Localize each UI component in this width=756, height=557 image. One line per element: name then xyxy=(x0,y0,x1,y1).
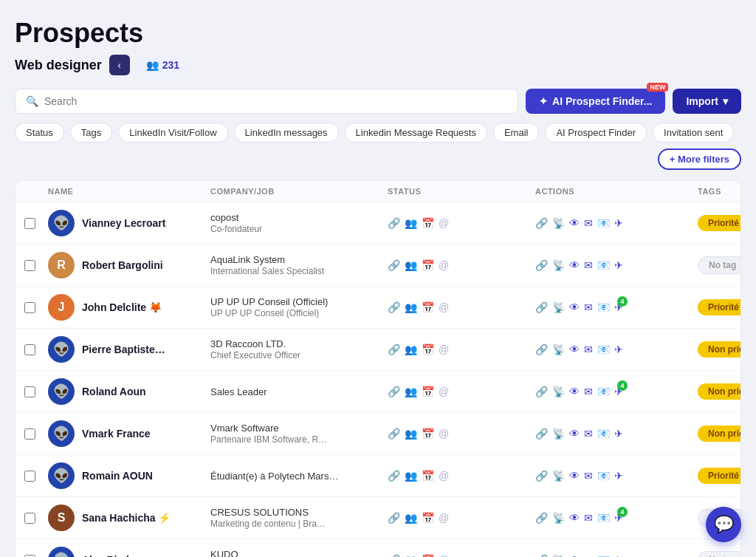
tag-badge[interactable]: Priorité xyxy=(698,299,741,315)
row-checkbox[interactable] xyxy=(24,344,35,355)
status-icon-1[interactable]: 👥 xyxy=(405,386,417,397)
action-icon-0[interactable]: 🔗 xyxy=(535,470,548,482)
action-icon-5[interactable]: ✈ xyxy=(614,554,623,557)
action-icon-3[interactable]: ✉ xyxy=(584,554,593,557)
action-icon-1[interactable]: 📡 xyxy=(552,386,565,397)
status-icon-1[interactable]: 👥 xyxy=(405,470,417,482)
status-icon-2[interactable]: 📅 xyxy=(422,259,434,271)
filter-btn-ai-prospect-finder[interactable]: AI Prospect Finder xyxy=(545,123,647,143)
status-icon-0[interactable]: 🔗 xyxy=(388,386,400,397)
action-icon-4[interactable]: 📧 xyxy=(597,344,610,355)
prospect-name[interactable]: Robert Bargolini xyxy=(82,259,163,271)
action-icon-3[interactable]: ✉ xyxy=(584,428,593,440)
filter-btn-invitation-sent[interactable]: Invitation sent xyxy=(653,123,734,143)
status-icon-2[interactable]: 📅 xyxy=(422,470,434,482)
status-icon-3[interactable]: @ xyxy=(439,512,449,524)
action-icon-2[interactable]: 👁 xyxy=(569,554,580,557)
tag-badge[interactable]: Priorité xyxy=(698,468,741,484)
status-icon-1[interactable]: 👥 xyxy=(405,344,417,355)
status-icon-0[interactable]: 🔗 xyxy=(388,217,400,229)
status-icon-0[interactable]: 🔗 xyxy=(388,428,400,440)
action-icon-4[interactable]: 📧 xyxy=(597,301,610,313)
tag-badge[interactable]: Non prio xyxy=(698,426,741,442)
action-icon-1[interactable]: 📡 xyxy=(552,512,565,524)
status-icon-3[interactable]: @ xyxy=(439,259,449,271)
prospect-name[interactable]: Vmark France xyxy=(82,428,151,440)
row-checkbox[interactable] xyxy=(24,471,35,482)
action-icon-0[interactable]: 🔗 xyxy=(535,344,548,355)
status-icon-3[interactable]: @ xyxy=(439,344,449,355)
filter-btn-status[interactable]: Status xyxy=(15,123,64,143)
ai-prospect-finder-button[interactable]: ✦ AI Prospect Finder... NEW xyxy=(526,89,665,114)
status-icon-0[interactable]: 🔗 xyxy=(388,259,400,271)
action-icon-3[interactable]: ✉ xyxy=(584,386,593,397)
prospect-name[interactable]: Pierre Baptiste… xyxy=(82,344,165,355)
action-icon-3[interactable]: ✉ xyxy=(584,217,593,229)
status-icon-3[interactable]: @ xyxy=(439,470,449,482)
filter-btn-linkedin-message-requests[interactable]: Linkedin Message Requests xyxy=(345,123,487,143)
filter-btn-tags[interactable]: Tags xyxy=(70,123,112,143)
action-icon-1[interactable]: 📡 xyxy=(552,344,565,355)
import-button[interactable]: Import ▾ xyxy=(673,89,741,114)
action-icon-1[interactable]: 📡 xyxy=(552,554,565,557)
status-icon-1[interactable]: 👥 xyxy=(405,217,417,229)
status-icon-0[interactable]: 🔗 xyxy=(388,301,400,313)
more-filters-button[interactable]: + More filters xyxy=(658,148,741,170)
action-icon-3[interactable]: ✉ xyxy=(584,259,593,271)
row-checkbox[interactable] xyxy=(24,428,35,440)
action-icon-4[interactable]: 📧 xyxy=(597,512,610,524)
action-icon-0[interactable]: 🔗 xyxy=(535,259,548,271)
status-icon-2[interactable]: 📅 xyxy=(422,217,434,229)
action-icon-5[interactable]: ✈ xyxy=(614,470,623,482)
chat-button[interactable]: 💬 xyxy=(706,507,741,542)
action-icon-2[interactable]: 👁 xyxy=(569,301,580,313)
action-icon-4[interactable]: 📧 xyxy=(597,386,610,397)
status-icon-2[interactable]: 📅 xyxy=(422,428,434,440)
row-checkbox[interactable] xyxy=(24,555,35,558)
action-icon-2[interactable]: 👁 xyxy=(569,470,580,482)
action-icon-3[interactable]: ✉ xyxy=(584,344,593,355)
status-icon-0[interactable]: 🔗 xyxy=(388,470,400,482)
status-icon-1[interactable]: 👥 xyxy=(405,512,417,524)
action-icon-0[interactable]: 🔗 xyxy=(535,217,548,229)
action-icon-1[interactable]: 📡 xyxy=(552,470,565,482)
status-icon-1[interactable]: 👥 xyxy=(405,301,417,313)
status-icon-3[interactable]: @ xyxy=(439,386,449,397)
prospect-name[interactable]: Sana Hachicha ⚡ xyxy=(82,512,171,524)
action-icon-2[interactable]: 👁 xyxy=(569,344,580,355)
action-icon-2[interactable]: 👁 xyxy=(569,259,580,271)
action-icon-4[interactable]: 📧 xyxy=(597,259,610,271)
action-icon-5[interactable]: ✈ xyxy=(614,344,623,355)
filter-btn-email[interactable]: Email xyxy=(493,123,540,143)
action-icon-2[interactable]: 👁 xyxy=(569,512,580,524)
action-icon-0[interactable]: 🔗 xyxy=(535,428,548,440)
filter-btn-linkedin-visit[interactable]: LinkedIn Visit/Follow xyxy=(118,123,227,143)
action-icon-0[interactable]: 🔗 xyxy=(535,301,548,313)
action-icon-5[interactable]: ✈ xyxy=(614,217,623,229)
action-icon-4[interactable]: 📧 xyxy=(597,428,610,440)
search-input[interactable] xyxy=(44,95,507,107)
action-icon-0[interactable]: 🔗 xyxy=(535,386,548,397)
prospect-name[interactable]: Roland Aoun xyxy=(82,386,146,397)
row-checkbox[interactable] xyxy=(24,386,35,397)
action-icon-1[interactable]: 📡 xyxy=(552,217,565,229)
tag-badge[interactable]: No tag xyxy=(698,256,741,274)
status-icon-2[interactable]: 📅 xyxy=(422,386,434,397)
action-icon-2[interactable]: 👁 xyxy=(569,386,580,397)
action-icon-4[interactable]: 📧 xyxy=(597,217,610,229)
action-icon-4[interactable]: 📧 xyxy=(597,554,610,557)
back-button[interactable]: ‹ xyxy=(109,55,130,75)
filter-btn-linkedin-messages[interactable]: LinkedIn messages xyxy=(234,123,339,143)
status-icon-0[interactable]: 🔗 xyxy=(388,344,400,355)
action-icon-5[interactable]: ✈ xyxy=(614,259,623,271)
row-checkbox[interactable] xyxy=(24,302,35,313)
action-icon-1[interactable]: 📡 xyxy=(552,301,565,313)
prospect-name[interactable]: Alaa Riad xyxy=(82,554,129,557)
action-icon-0[interactable]: 🔗 xyxy=(535,554,548,557)
status-icon-3[interactable]: @ xyxy=(439,301,449,313)
prospect-name[interactable]: Vianney Lecroart xyxy=(82,217,165,229)
action-icon-3[interactable]: ✉ xyxy=(584,470,593,482)
action-icon-1[interactable]: 📡 xyxy=(552,428,565,440)
status-icon-3[interactable]: @ xyxy=(439,554,449,557)
status-icon-2[interactable]: 📅 xyxy=(422,344,434,355)
